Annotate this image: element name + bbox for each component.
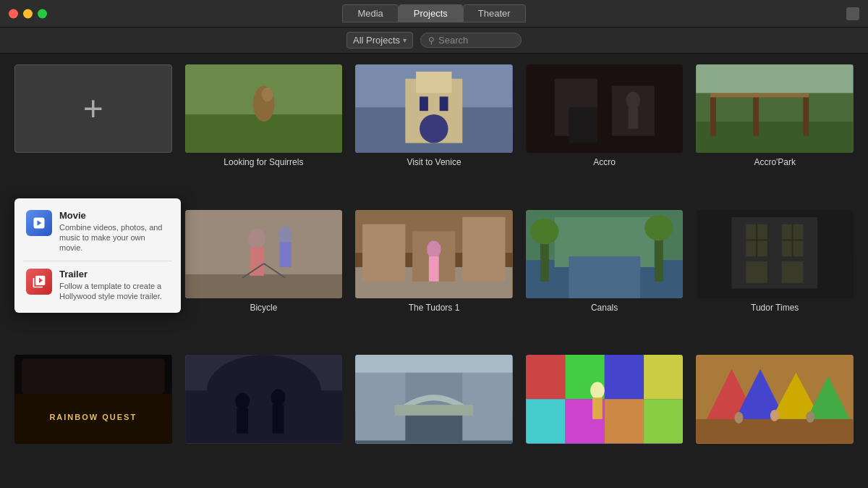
svg-rect-22 [710, 93, 716, 135]
bicycle-thumb [185, 210, 343, 298]
chevron-down-icon: ▾ [403, 36, 407, 44]
project-canals[interactable]: Canals [526, 210, 684, 342]
svg-point-40 [278, 226, 292, 243]
svg-rect-23 [754, 86, 760, 136]
new-project-thumb[interactable]: + [14, 64, 172, 153]
new-project-popup: Movie Combine videos, photos, and music … [14, 198, 181, 313]
bicycle-label: Bicycle [250, 303, 277, 313]
tudors-thumb [355, 210, 513, 298]
svg-rect-82 [272, 405, 284, 433]
trailer-title: Trailer [59, 269, 169, 279]
svg-rect-98 [644, 400, 683, 444]
svg-marker-105 [804, 376, 854, 426]
window-controls[interactable] [846, 7, 859, 20]
project-squirrel[interactable]: Looking for Squirrels [185, 64, 343, 197]
project-accropark[interactable]: Accro'Park [696, 64, 854, 197]
svg-rect-96 [565, 400, 604, 444]
svg-marker-104 [767, 373, 825, 426]
venice2-thumb [355, 355, 513, 443]
projects-grid: + Movie Combine videos, photos, and musi… [0, 54, 868, 488]
project-venice2[interactable] [355, 355, 513, 477]
project-colorful[interactable] [526, 355, 684, 477]
svg-rect-94 [644, 355, 683, 399]
svg-rect-67 [782, 261, 804, 283]
svg-rect-6 [355, 107, 512, 153]
tab-projects[interactable]: Projects [399, 4, 463, 22]
r2-thumb [185, 355, 343, 443]
svg-rect-49 [362, 224, 405, 281]
svg-rect-48 [355, 267, 512, 298]
minimize-button[interactable] [23, 9, 33, 18]
svg-point-2 [253, 86, 275, 122]
svg-rect-100 [592, 398, 603, 420]
tudor-times-svg [696, 210, 854, 298]
traffic-lights [9, 9, 47, 18]
project-fair[interactable] [696, 355, 854, 477]
svg-rect-53 [429, 256, 439, 282]
trailer-option-text: Trailer Follow a template to create a Ho… [59, 269, 169, 302]
svg-rect-17 [569, 107, 597, 143]
project-accro[interactable]: Accro [526, 64, 684, 197]
svg-rect-93 [605, 355, 644, 399]
plus-icon: + [83, 91, 103, 126]
squirrel-label: Looking for Squirrels [224, 157, 303, 167]
project-tudors[interactable]: The Tudors 1 [355, 210, 513, 342]
svg-point-81 [271, 390, 285, 407]
movie-svg [32, 216, 46, 230]
project-tudor-times[interactable]: Tudor Times [696, 210, 854, 342]
project-r2[interactable] [185, 355, 343, 477]
all-projects-label: All Projects [353, 35, 400, 46]
svg-rect-25 [710, 93, 809, 97]
svg-rect-97 [605, 400, 644, 444]
svg-point-3 [261, 88, 273, 102]
svg-rect-101 [697, 355, 854, 443]
svg-rect-39 [250, 247, 264, 275]
squirrel-thumb [185, 64, 343, 153]
svg-point-79 [235, 393, 250, 411]
new-project-item[interactable]: + Movie Combine videos, photos, and musi… [14, 64, 172, 197]
tab-bar: Media Projects Theater [342, 4, 525, 22]
tab-theater[interactable]: Theater [463, 4, 526, 22]
project-bicycle[interactable]: Bicycle [185, 210, 343, 342]
accropark-label: Accro'Park [754, 157, 796, 167]
svg-rect-84 [355, 355, 512, 443]
maximize-button[interactable] [38, 9, 47, 18]
trailer-icon [26, 269, 52, 295]
svg-rect-87 [462, 366, 512, 441]
svg-rect-89 [355, 355, 512, 373]
all-projects-button[interactable]: All Projects ▾ [346, 32, 413, 49]
svg-rect-60 [655, 227, 663, 281]
svg-rect-21 [697, 122, 854, 153]
squirrel-svg [185, 64, 343, 153]
project-rainbow[interactable]: RAINBOW QUEST [14, 355, 172, 477]
rainbow-quest-text: RAINBOW QUEST [49, 413, 137, 421]
popup-divider [23, 261, 172, 261]
trailer-option[interactable]: Trailer Follow a template to create a Ho… [23, 264, 172, 306]
svg-rect-9 [420, 96, 428, 111]
svg-marker-103 [732, 369, 789, 426]
close-button[interactable] [9, 9, 18, 18]
svg-rect-86 [355, 369, 405, 441]
svg-marker-102 [703, 369, 760, 426]
venice2-svg [355, 355, 513, 443]
svg-rect-8 [416, 72, 451, 93]
svg-rect-77 [185, 391, 342, 444]
fair-svg [696, 355, 854, 443]
svg-point-18 [626, 92, 640, 109]
svg-rect-106 [697, 419, 854, 444]
svg-rect-72 [14, 355, 171, 443]
rainbow-svg [14, 355, 172, 443]
project-venice[interactable]: Visit to Venice [355, 64, 513, 197]
tab-media[interactable]: Media [342, 4, 398, 22]
svg-rect-90 [526, 355, 683, 443]
trailer-description: Follow a template to create a Hollywood … [59, 281, 169, 302]
svg-rect-91 [526, 355, 565, 399]
search-input[interactable] [438, 35, 514, 46]
svg-rect-75 [14, 395, 171, 444]
movie-option[interactable]: Movie Combine videos, photos, and music … [23, 206, 172, 258]
trailer-svg [32, 274, 46, 289]
svg-rect-55 [526, 260, 683, 298]
svg-point-38 [248, 228, 265, 248]
svg-point-99 [590, 382, 605, 400]
venice-label: Visit to Venice [407, 157, 461, 167]
